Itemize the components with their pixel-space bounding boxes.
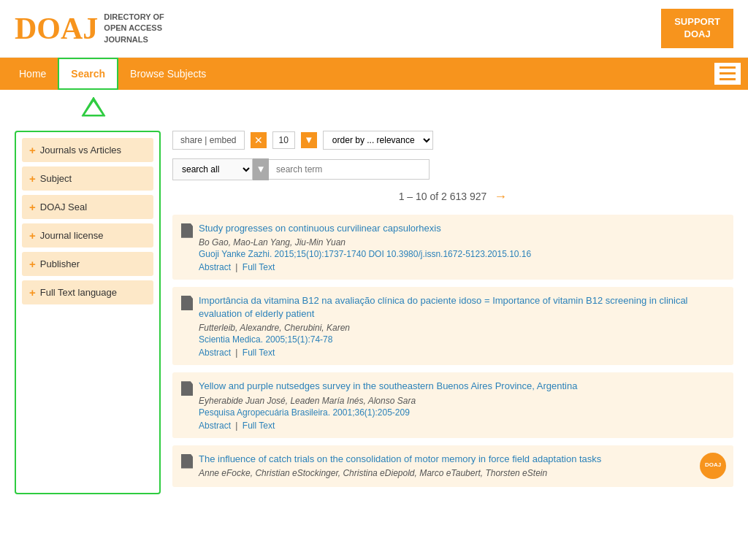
document-icon-3: [181, 381, 193, 396]
sidebar-item-journal-license[interactable]: + Journal license: [22, 223, 153, 248]
pipe-2: |: [235, 348, 240, 358]
hamburger-line-2: [720, 72, 736, 74]
nav-item-browse[interactable]: Browse Subjects: [118, 58, 218, 90]
result-body-3: Yellow and purple nutsedges survey in th…: [199, 380, 725, 430]
sidebar-label-subject: Subject: [40, 173, 72, 184]
up-arrow-icon: [80, 96, 107, 118]
plus-icon-publisher: +: [29, 258, 36, 270]
results-count: 1 – 10 of 2 613 927 →: [172, 189, 733, 204]
results-range: 1 – 10 of 2 613 927: [399, 191, 487, 202]
search-controls-row: share | embed ✕ 10 ▼ order by ... releva…: [172, 131, 733, 150]
share-embed-button[interactable]: share | embed: [172, 131, 245, 150]
hamburger-line-3: [720, 78, 736, 80]
result-links-2: Abstract | Full Text: [199, 348, 725, 358]
plus-icon-subject: +: [29, 172, 36, 185]
search-term-input[interactable]: [269, 159, 430, 180]
logo-area: DOAJ DIRECTORY OF OPEN ACCESS JOURNALS: [15, 12, 164, 45]
order-select-wrap: order by ... relevance: [323, 131, 433, 150]
arrow-indicator: [0, 90, 748, 123]
fulltext-link-1[interactable]: Full Text: [243, 262, 275, 272]
result-authors-3: Eyherabide Juan José, Leaden María Inés,…: [199, 396, 725, 406]
nav-items: Home Search Browse Subjects: [7, 58, 218, 90]
result-title-4[interactable]: The influence of catch trials on the con…: [199, 453, 725, 466]
result-item: Yellow and purple nutsedges survey in th…: [172, 372, 733, 437]
doaj-logo: DOAJ: [15, 13, 98, 44]
result-journal-3[interactable]: Pesquisa Agropecuária Brasileira. 2001;3…: [199, 407, 725, 418]
header: DOAJ DIRECTORY OF OPEN ACCESS JOURNALS S…: [0, 0, 748, 58]
result-authors-1: Bo Gao, Mao-Lan Yang, Jiu-Min Yuan: [199, 237, 725, 248]
plus-icon-doaj-seal: +: [29, 201, 36, 213]
support-button[interactable]: SUPPORT DOAJ: [661, 9, 733, 48]
sidebar-label-publisher: Publisher: [40, 258, 80, 269]
doaj-badge-4: DOAJ: [700, 453, 726, 479]
document-icon-4: [181, 454, 193, 469]
fulltext-link-3[interactable]: Full Text: [243, 421, 275, 431]
result-item: The influence of catch trials on the con…: [172, 445, 733, 487]
pipe-3: |: [235, 421, 240, 431]
up-arrow-container: [80, 96, 107, 118]
sidebar-item-subject[interactable]: + Subject: [22, 166, 153, 191]
sidebar-label-journals: Journals vs Articles: [40, 145, 121, 156]
result-links-3: Abstract | Full Text: [199, 421, 725, 431]
main-content: + Journals vs Articles + Subject + DOAJ …: [0, 123, 748, 502]
result-authors-4: Anne eFocke, Christian eStockinger, Chri…: [199, 468, 725, 478]
result-body-1: Study progresses on continuous curviline…: [199, 222, 725, 272]
result-item: Study progresses on continuous curviline…: [172, 215, 733, 280]
result-journal-2[interactable]: Scientia Medica. 2005;15(1):74-78: [199, 334, 725, 345]
sidebar-item-full-text-language[interactable]: + Full Text language: [22, 280, 153, 304]
result-title-2[interactable]: Importância da vitamina B12 na avaliação…: [199, 294, 725, 321]
sidebar-label-doaj-seal: DOAJ Seal: [40, 202, 87, 212]
result-body-2: Importância da vitamina B12 na avaliação…: [199, 294, 725, 358]
abstract-link-3[interactable]: Abstract: [199, 421, 231, 431]
sidebar-item-doaj-seal[interactable]: + DOAJ Seal: [22, 195, 153, 219]
sidebar-item-publisher[interactable]: + Publisher: [22, 252, 153, 276]
search-type-arrow-button[interactable]: ▼: [253, 158, 269, 180]
arrow-down-button[interactable]: ▼: [301, 132, 317, 148]
next-arrow-icon[interactable]: →: [494, 189, 507, 204]
search-area: share | embed ✕ 10 ▼ order by ... releva…: [172, 131, 733, 494]
document-icon-2: [181, 296, 193, 310]
result-journal-1[interactable]: Guoji Yanke Zazhi. 2015;15(10):1737-1740…: [199, 249, 725, 259]
nav-item-home[interactable]: Home: [7, 58, 58, 90]
search-input-row: search all ▼: [172, 158, 733, 180]
plus-icon-journals: +: [29, 144, 36, 156]
result-title-3[interactable]: Yellow and purple nutsedges survey in th…: [199, 380, 725, 393]
count-display: 10: [272, 131, 295, 149]
result-authors-2: Futterleib, Alexandre, Cherubini, Karen: [199, 323, 725, 333]
plus-icon-journal-license: +: [29, 229, 36, 242]
plus-icon-full-text: +: [29, 286, 36, 299]
result-title-1[interactable]: Study progresses on continuous curviline…: [199, 222, 725, 235]
fulltext-link-2[interactable]: Full Text: [243, 348, 275, 358]
hamburger-line-1: [720, 66, 736, 69]
logo-subtitle: DIRECTORY OF OPEN ACCESS JOURNALS: [104, 12, 164, 45]
search-type-select[interactable]: search all: [172, 158, 253, 180]
abstract-link-1[interactable]: Abstract: [199, 262, 231, 272]
result-item: Importância da vitamina B12 na avaliação…: [172, 287, 733, 365]
close-button[interactable]: ✕: [251, 132, 267, 148]
sidebar: + Journals vs Articles + Subject + DOAJ …: [15, 131, 161, 494]
pipe-1: |: [235, 262, 240, 272]
navbar: Home Search Browse Subjects: [0, 58, 748, 90]
sidebar-label-journal-license: Journal license: [40, 230, 104, 241]
result-links-1: Abstract | Full Text: [199, 262, 725, 272]
abstract-link-2[interactable]: Abstract: [199, 348, 231, 358]
order-select[interactable]: order by ... relevance: [323, 131, 433, 150]
document-icon-1: [181, 223, 193, 238]
hamburger-menu[interactable]: [714, 63, 741, 85]
sidebar-label-full-text: Full Text language: [40, 287, 117, 298]
nav-item-search[interactable]: Search: [58, 58, 118, 90]
sidebar-item-journals-articles[interactable]: + Journals vs Articles: [22, 138, 153, 162]
result-body-4: The influence of catch trials on the con…: [199, 453, 725, 480]
